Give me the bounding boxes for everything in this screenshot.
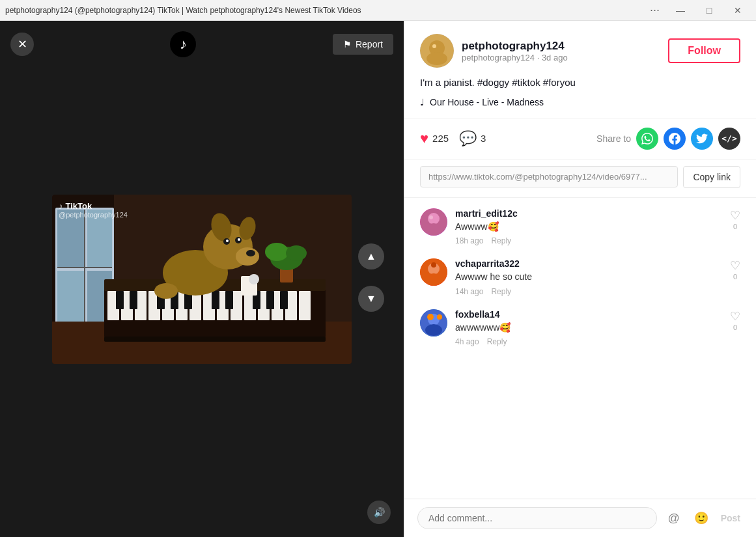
video-nav-up-button[interactable]: ▲ (358, 243, 384, 269)
svg-point-66 (425, 273, 442, 285)
comment-like-1: ♡ 0 (730, 208, 740, 246)
share-label: Share to (596, 133, 631, 144)
comment-body-2: vchaparrita322 Awwww he so cute 14h ago … (455, 258, 722, 296)
svg-rect-54 (104, 337, 326, 342)
share-embed-button[interactable]: </> (718, 128, 740, 150)
twitter-icon (696, 133, 708, 145)
main-content: ✕ ♪ ⚑ Report (0, 21, 756, 537)
maximize-button[interactable]: □ (696, 0, 722, 21)
comment-like-count-2: 0 (733, 273, 737, 281)
emoji-button[interactable]: 🙂 (691, 508, 712, 529)
video-panel: ✕ ♪ ⚑ Report (0, 21, 404, 537)
reply-button-1[interactable]: Reply (491, 236, 511, 245)
comment-meta-3: 4h ago Reply (455, 337, 722, 346)
svg-point-51 (286, 245, 307, 261)
page-title: petphotography124 (@petphotography124) T… (5, 6, 361, 15)
comment-body-3: foxbella14 awwwwww🥰 4h ago Reply (455, 309, 722, 347)
user-avatar[interactable] (420, 34, 454, 68)
facebook-icon (669, 133, 680, 145)
svg-point-47 (154, 283, 178, 299)
svg-rect-27 (116, 291, 124, 309)
comment-text-3: awwwwww🥰 (455, 322, 722, 335)
follow-button[interactable]: Follow (668, 38, 740, 63)
comment-like-3: ♡ 0 (730, 309, 740, 347)
right-panel: petphotography124 petphotography124 · 3d… (404, 21, 756, 537)
report-button[interactable]: ⚑ Report (333, 34, 393, 55)
comment-text-2: Awwww he so cute (455, 271, 722, 284)
svg-point-62 (425, 223, 442, 235)
svg-point-45 (238, 238, 240, 241)
post-comment-button[interactable]: Post (718, 513, 743, 523)
svg-point-59 (420, 34, 454, 68)
comment-avatar-3[interactable] (420, 309, 447, 337)
svg-rect-26 (299, 291, 311, 320)
watermark-tiktok-icon: ♪ (59, 201, 63, 211)
share-twitter-button[interactable] (691, 128, 713, 150)
comment-like-2: ♡ 0 (730, 258, 740, 296)
video-close-button[interactable]: ✕ (10, 33, 34, 56)
close-button[interactable]: ✕ (725, 0, 751, 21)
comment-meta-2: 14h ago Reply (455, 287, 722, 296)
music-title: Our House - Live - Madness (430, 97, 544, 107)
flag-icon: ⚑ (343, 39, 352, 49)
comment-meta-1: 18h ago Reply (455, 236, 722, 245)
music-info: ♩ Our House - Live - Madness (420, 97, 740, 107)
comment-avatar-2[interactable] (420, 258, 447, 286)
share-link-input[interactable] (420, 166, 678, 187)
heart-icon: ♥ (420, 130, 428, 147)
avatar-foxbella-image (420, 309, 447, 337)
report-label: Report (356, 39, 383, 49)
more-options-icon[interactable]: ··· (645, 3, 665, 17)
svg-point-53 (249, 274, 259, 284)
avatar-image (420, 34, 454, 68)
svg-point-67 (431, 262, 436, 268)
comment-text-1: Awwww🥰 (455, 221, 722, 234)
comment-input-field[interactable] (417, 507, 657, 529)
svg-point-46 (246, 250, 255, 256)
comment-time-1: 18h ago (455, 236, 483, 245)
svg-rect-36 (280, 291, 288, 309)
video-image (52, 195, 352, 364)
svg-point-72 (437, 314, 442, 320)
comment-avatar-1[interactable] (420, 208, 447, 236)
comment-heart-icon-2[interactable]: ♡ (730, 258, 740, 273)
copy-link-button[interactable]: Copy link (683, 166, 740, 188)
video-nav-down-button[interactable]: ▼ (358, 286, 384, 312)
svg-rect-4 (57, 271, 85, 329)
video-top-bar: ✕ ♪ ⚑ Report (0, 21, 404, 68)
user-info: petphotography124 petphotography124 · 3d… (420, 34, 568, 68)
comment-action[interactable]: 💬 3 (459, 130, 486, 147)
username: petphotography124 (462, 40, 568, 53)
title-bar-left: petphotography124 (@petphotography124) T… (5, 6, 361, 15)
comment-username-1: martri_edit12c (455, 208, 722, 219)
svg-point-70 (425, 324, 442, 336)
share-section: Share to </> (596, 128, 740, 150)
left-actions: ♥ 225 💬 3 (420, 130, 486, 147)
user-section: petphotography124 petphotography124 · 3d… (404, 21, 756, 118)
svg-point-39 (236, 247, 259, 266)
at-mention-button[interactable]: @ (664, 508, 684, 529)
app-window: petphotography124 (@petphotography124) T… (0, 0, 756, 537)
tiktok-brand-icon: ♪ (180, 36, 187, 53)
minimize-button[interactable]: — (667, 0, 693, 21)
reply-button-3[interactable]: Reply (487, 337, 507, 346)
svg-point-61 (428, 213, 440, 225)
like-action[interactable]: ♥ 225 (420, 130, 449, 147)
video-container: ♪ TikTok @petphotography124 ▲ ▼ (0, 21, 404, 537)
volume-button[interactable]: 🔊 (367, 501, 391, 524)
comment-input-bar: @ 🙂 Post (404, 499, 756, 537)
comment-heart-icon-1[interactable]: ♡ (730, 208, 740, 223)
watermark-brand: ♪ TikTok (59, 201, 128, 211)
comment-time-3: 4h ago (455, 337, 479, 346)
share-facebook-button[interactable] (664, 128, 686, 150)
comment-username-2: vchaparrita322 (455, 258, 722, 269)
likes-count: 225 (432, 133, 449, 144)
reply-button-2[interactable]: Reply (491, 287, 511, 296)
video-thumbnail[interactable]: ♪ TikTok @petphotography124 (52, 195, 352, 364)
title-bar: petphotography124 (@petphotography124) T… (0, 0, 756, 21)
share-whatsapp-button[interactable] (636, 128, 658, 150)
comment-heart-icon-3[interactable]: ♡ (730, 309, 740, 324)
code-icon: </> (721, 133, 736, 143)
svg-rect-28 (130, 291, 137, 309)
comments-section: martri_edit12c Awwww🥰 18h ago Reply ♡ 0 (404, 198, 756, 499)
